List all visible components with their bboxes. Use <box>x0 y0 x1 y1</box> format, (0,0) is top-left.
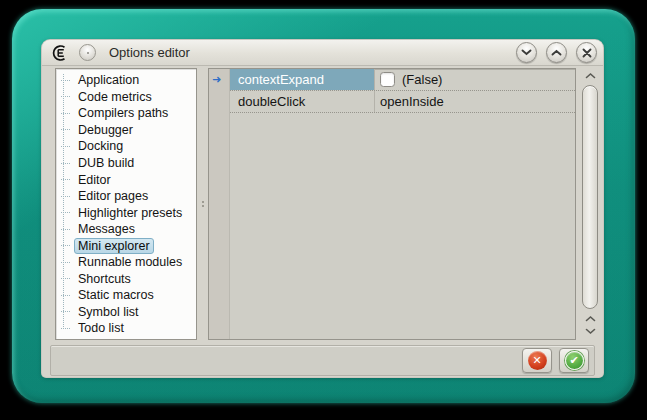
window-menu-button[interactable] <box>79 44 96 61</box>
chevron-up-icon <box>551 49 562 56</box>
scrollbar-thumb[interactable] <box>582 85 598 309</box>
property-name[interactable]: contextExpand <box>230 69 374 90</box>
close-icon <box>582 48 592 58</box>
category-tree: Application Code metrics Compilers paths… <box>55 68 197 340</box>
property-row-contextexpand[interactable]: contextExpand (False) <box>230 69 575 91</box>
sidebar-item-editor[interactable]: Editor <box>61 171 196 188</box>
options-editor-window: Options editor Application Code metrics … <box>42 40 603 377</box>
maximize-button[interactable] <box>546 42 567 63</box>
chevron-up-icon <box>585 72 596 79</box>
property-value[interactable]: openInside <box>374 91 575 112</box>
sidebar-item-todo-list[interactable]: Todo list <box>61 320 196 337</box>
selected-row-arrow-icon: ➜ <box>212 73 221 86</box>
sidebar-item-editor-pages[interactable]: Editor pages <box>61 188 196 205</box>
sidebar-item-application[interactable]: Application <box>61 72 196 89</box>
property-row-doubleclick[interactable]: doubleClick openInside <box>230 91 575 113</box>
cancel-circle-icon: ✕ <box>528 351 547 370</box>
sidebar-item-shortcuts[interactable]: Shortcuts <box>61 271 196 288</box>
sidebar-item-mini-explorer[interactable]: Mini explorer <box>61 237 196 254</box>
sidebar-item-dub-build[interactable]: DUB build <box>61 155 196 172</box>
checkbox[interactable] <box>380 72 395 87</box>
chevron-up-icon <box>585 315 596 322</box>
sidebar-item-runnable-modules[interactable]: Runnable modules <box>61 254 196 271</box>
cancel-button[interactable]: ✕ <box>522 348 552 373</box>
footer-toolbar: ✕ ✔ <box>50 345 595 376</box>
property-value-label: (False) <box>402 72 442 87</box>
property-grid-gutter: ➜ <box>209 69 230 339</box>
sidebar-item-highlighter-presets[interactable]: Highlighter presets <box>61 204 196 221</box>
property-value[interactable]: (False) <box>374 69 575 90</box>
property-value-label: openInside <box>380 94 444 109</box>
property-grid: ➜ contextExpand (False) doubleClick open… <box>208 68 576 340</box>
chevron-down-icon <box>585 328 596 335</box>
sidebar-item-debugger[interactable]: Debugger <box>61 122 196 139</box>
chevron-down-icon <box>521 49 532 56</box>
sidebar-item-messages[interactable]: Messages <box>61 221 196 238</box>
ok-circle-icon: ✔ <box>565 351 584 370</box>
sidebar-item-docking[interactable]: Docking <box>61 138 196 155</box>
sidebar-item-code-metrics[interactable]: Code metrics <box>61 89 196 106</box>
sidebar-item-compilers-paths[interactable]: Compilers paths <box>61 105 196 122</box>
vertical-scrollbar[interactable] <box>580 68 601 340</box>
close-button[interactable] <box>576 42 597 63</box>
sidebar-item-symbol-list[interactable]: Symbol list <box>61 304 196 321</box>
window-title: Options editor <box>109 45 190 60</box>
property-name[interactable]: doubleClick <box>230 91 374 112</box>
titlebar[interactable]: Options editor <box>42 40 603 66</box>
sidebar-item-static-macros[interactable]: Static macros <box>61 287 196 304</box>
accept-button[interactable]: ✔ <box>559 348 589 373</box>
coedit-logo-icon <box>50 44 70 62</box>
minimize-button[interactable] <box>516 42 537 63</box>
scroll-up-button[interactable] <box>580 68 601 83</box>
scroll-down-button[interactable] <box>580 324 601 339</box>
panel-splitter[interactable] <box>199 68 207 340</box>
